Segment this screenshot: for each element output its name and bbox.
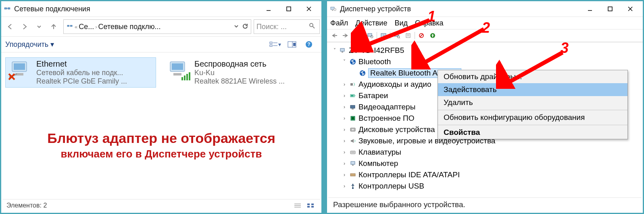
breadcrumb-arrow: › xyxy=(95,24,97,30)
tiles-view-button[interactable] xyxy=(305,201,316,210)
computer-icon[interactable] xyxy=(354,31,364,40)
caption-line2: включаем его в Диспетчере устройств xyxy=(1,148,321,160)
minimize-button[interactable] xyxy=(258,3,279,15)
svg-rect-7 xyxy=(67,25,69,26)
ethernet-name: Ethernet xyxy=(36,59,127,69)
breadcrumb-current[interactable]: Сетевые подклю... xyxy=(98,23,161,31)
forward-button[interactable] xyxy=(17,19,32,34)
up-button[interactable] xyxy=(46,19,61,34)
svg-line-60 xyxy=(420,34,423,37)
svg-rect-70 xyxy=(350,105,355,108)
svg-rect-37 xyxy=(311,204,314,205)
close-button[interactable] xyxy=(620,3,640,15)
tree-keyboard[interactable]: ›Клавиатуры xyxy=(331,147,643,158)
help-small-icon[interactable]: ? xyxy=(379,31,388,40)
nav-bar: « Се... › Сетевые подклю... Поиск: ... xyxy=(1,17,321,37)
svg-rect-79 xyxy=(352,165,354,166)
icon-toolbar: ? xyxy=(327,29,643,42)
svg-point-9 xyxy=(310,23,313,27)
wireless-name: Беспроводная сеть xyxy=(194,59,285,69)
svg-text:?: ? xyxy=(307,42,310,47)
ethernet-adapter: Realtek PCIe GbE Family ... xyxy=(36,77,127,86)
svg-rect-68 xyxy=(351,95,354,97)
properties-icon[interactable] xyxy=(403,31,413,40)
svg-rect-31 xyxy=(186,74,188,80)
svg-rect-39 xyxy=(311,206,314,208)
titlebar: Сетевые подключения xyxy=(1,1,321,17)
connection-ethernet[interactable]: Ethernet Сетевой кабель не подк... Realt… xyxy=(5,57,156,88)
refresh-icon[interactable] xyxy=(242,23,248,31)
network-small-icon xyxy=(66,23,73,31)
menu-file[interactable]: Файл xyxy=(330,19,348,27)
svg-rect-78 xyxy=(351,162,355,164)
help-button[interactable]: ? xyxy=(303,40,315,49)
ctx-delete[interactable]: Удалить xyxy=(438,96,627,109)
ethernet-icon xyxy=(8,59,32,81)
details-view-button[interactable] xyxy=(292,201,303,210)
recent-dropdown[interactable] xyxy=(32,19,46,34)
organize-button[interactable]: Упорядочить ▾ xyxy=(5,40,54,49)
close-button[interactable] xyxy=(299,3,319,15)
menu-bar: Файл Действие Вид Справка xyxy=(327,17,643,29)
svg-point-81 xyxy=(352,187,354,189)
ctx-rescan[interactable]: Обновить конфигурацию оборудования xyxy=(438,111,627,124)
network-connections-window: Сетевые подключения « Се... › Сетевые по… xyxy=(0,0,323,214)
forward-icon[interactable] xyxy=(341,31,350,40)
connection-wireless[interactable]: Беспроводная сеть Ku-Ku Realtek 8821AE W… xyxy=(163,57,314,88)
preview-pane-button[interactable] xyxy=(286,40,298,49)
minimize-button[interactable] xyxy=(580,3,600,15)
window-title: Диспетчер устройств xyxy=(340,5,580,13)
breadcrumb-parent[interactable]: Се... xyxy=(79,23,94,31)
tree-root[interactable]: ˅ZV VD-I42RFB5 xyxy=(331,45,643,56)
breadcrumb-sep: « xyxy=(75,24,77,30)
view-mode-button[interactable]: ▾ xyxy=(269,40,281,49)
svg-rect-71 xyxy=(352,109,354,109)
status-bar: Элементов: 2 xyxy=(2,199,320,212)
network-icon xyxy=(4,5,11,13)
device-manager-icon xyxy=(329,5,337,13)
svg-point-42 xyxy=(334,8,336,11)
maximize-button[interactable] xyxy=(600,3,620,15)
address-bar[interactable]: « Се... › Сетевые подклю... xyxy=(63,19,251,34)
info-text: Разрешение выбранного устройства. xyxy=(333,200,465,209)
ctx-separator xyxy=(438,125,627,125)
back-icon[interactable] xyxy=(329,31,339,40)
menu-help[interactable]: Справка xyxy=(415,19,444,27)
search-box[interactable]: Поиск: ... xyxy=(254,19,320,34)
settings-icon[interactable] xyxy=(365,31,375,40)
svg-point-75 xyxy=(352,129,354,130)
svg-rect-56 xyxy=(406,34,410,38)
back-button[interactable] xyxy=(3,19,17,34)
ctx-separator xyxy=(438,110,627,110)
ctx-enable[interactable]: Задействовать xyxy=(438,83,627,96)
tree-storage[interactable]: ›Контроллеры запоминающих устройств xyxy=(331,192,643,193)
tree-computer[interactable]: ›Компьютер xyxy=(331,158,643,169)
svg-rect-32 xyxy=(189,72,190,80)
ctx-update-driver[interactable]: Обновить драйверы... xyxy=(438,70,627,83)
annotation-caption: Блютуз адаптер не отображается включаем … xyxy=(1,130,321,160)
svg-rect-1 xyxy=(8,8,10,9)
menu-action[interactable]: Действие xyxy=(355,19,387,27)
enable-icon[interactable] xyxy=(428,31,438,40)
ctx-properties[interactable]: Свойства xyxy=(438,126,627,139)
maximize-button[interactable] xyxy=(279,3,299,15)
svg-rect-69 xyxy=(354,95,355,96)
tree-usb[interactable]: ›Контроллеры USB xyxy=(331,180,643,192)
menu-view[interactable]: Вид xyxy=(394,19,408,27)
svg-rect-12 xyxy=(270,45,272,46)
svg-rect-8 xyxy=(70,25,72,26)
tree-bluetooth[interactable]: ˅Bluetooth xyxy=(331,56,643,67)
item-count: Элементов: 2 xyxy=(6,202,47,209)
search-icon xyxy=(309,23,315,31)
tree-ide[interactable]: ›Контроллеры IDE ATA/ATAPI xyxy=(331,169,643,180)
info-bar: Разрешение выбранного устройства. xyxy=(328,197,642,212)
addr-dropdown-icon[interactable] xyxy=(234,23,239,30)
ethernet-status: Сетевой кабель не подк... xyxy=(36,69,127,77)
disable-icon[interactable] xyxy=(417,31,426,40)
scan-icon[interactable] xyxy=(392,31,402,40)
svg-rect-17 xyxy=(293,43,296,46)
svg-line-55 xyxy=(399,38,400,38)
svg-rect-30 xyxy=(184,76,185,80)
svg-rect-4 xyxy=(287,7,291,11)
svg-line-10 xyxy=(313,26,315,28)
